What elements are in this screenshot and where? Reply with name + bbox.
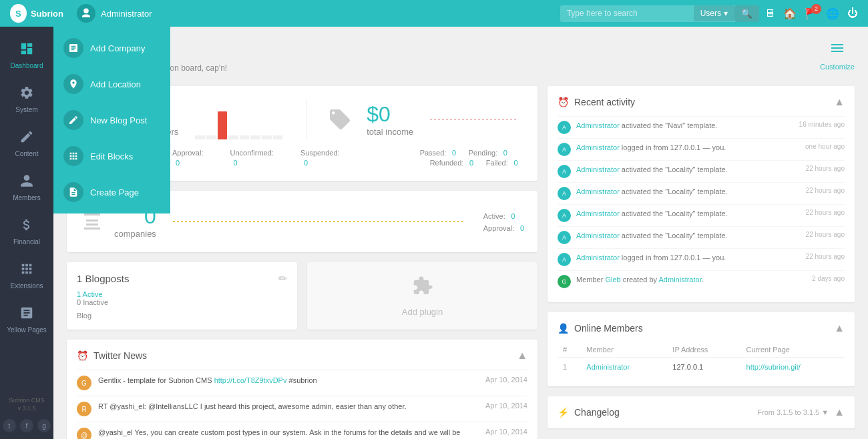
power-icon-button[interactable]: ⏻ [847,7,858,19]
edit-blocks-label: Edit Blocks [90,151,133,161]
changelog-version: From 3.1.5 to 3.1.5 ▼ [757,408,829,416]
failed-value: 0 [513,159,517,167]
sidebar-item-members[interactable]: Members [0,165,53,209]
comp-approval-label: Approval: [483,224,514,232]
activity-item-7: A Administrator logged in from 127.0.0.1… [558,248,845,270]
search-input[interactable] [560,5,694,21]
online-title: 👤 Online Members [558,323,643,334]
members-icon [19,173,34,191]
changelog-card: ⚡ Changelog From 3.1.5 to 3.1.5 ▼ ▲ [548,396,855,428]
comp-active-label: Active: [483,212,505,220]
activity-time-3: 22 hours ago [806,165,845,172]
google-social-icon[interactable]: g [37,419,51,432]
unconfirmed-stat: Unconfirmed: 0 [230,147,274,167]
version-text: Subrion CMS v 3.1.5 [9,396,45,413]
activity-avatar-2: A [558,143,571,156]
top-navbar: S Subrion Administrator Users ▾ 🔍 🖥 🏠 🚩 … [0,0,868,27]
dashboard-two-col: 2 total members [67,86,855,439]
monitor-icon-button[interactable]: 🖥 [765,7,775,19]
online-row-num: 1 [558,358,581,377]
flag-icon-button[interactable]: 🚩 2 [805,7,818,20]
search-button[interactable]: 🔍 [734,5,759,22]
changelog-collapse-button[interactable]: ▲ [834,406,845,418]
companies-chart [173,221,463,222]
fire-icon-button[interactable]: 🏠 [783,7,797,20]
twitter-collapse-button[interactable]: ▲ [517,350,527,362]
online-row-member: Administrator [581,358,667,377]
twitter-card: ⏰ Twitter News ▲ G Gentlix - template fo… [67,340,537,439]
add-company-label: Add Company [90,43,145,53]
activity-avatar-6: A [558,231,571,244]
sidebar-item-financial[interactable]: Financial [0,209,53,254]
sidebar-item-system[interactable]: System [0,77,53,121]
activity-link-5[interactable]: Administrator [576,209,620,217]
blog-plugin-row: 1 Blogposts ✏ 1 Active 0 Inactive Blog A… [67,262,537,330]
online-member-link[interactable]: Administrator [586,363,630,371]
blog-active: 1 Active [77,290,287,298]
create-page-item[interactable]: Create Page [53,174,170,210]
main-content: Dashboard Welcome to your administration… [53,27,868,439]
notification-badge: 2 [811,4,821,14]
activity-link-1[interactable]: Administrator [576,121,620,129]
customize-button[interactable]: Customize [820,40,855,71]
blog-edit-icon[interactable]: ✏ [278,272,287,285]
facebook-social-icon[interactable]: f [20,419,33,432]
member-gleb-link[interactable]: Gleb [605,276,620,284]
add-location-item[interactable]: Add Location [53,66,170,102]
online-card-header: 👤 Online Members ▲ [558,322,845,334]
tweet-item-3: @ @yashi_el Yes, you can create custom p… [77,422,527,439]
activity-collapse-button[interactable]: ▲ [834,96,845,108]
users-dropdown-button[interactable]: Users ▾ [694,5,734,21]
twitter-social-icon[interactable]: t [3,419,16,432]
activity-link-8[interactable]: Administrator [659,276,702,284]
activity-link-6[interactable]: Administrator [576,232,620,240]
brand-name: Subrion [31,9,63,19]
tweet-link-1[interactable]: http://t.co/T8Z9txvDPv [214,376,287,384]
blog-footer: Blog [77,312,287,320]
dashboard-icon [19,41,34,59]
add-company-item[interactable]: Add Company [53,30,170,66]
sidebar-item-dashboard[interactable]: Dashboard [0,33,53,77]
activity-item-6: A Administrator activated the "Locality"… [558,226,845,248]
online-page-link[interactable]: http://subrion.git/ [746,363,801,371]
admin-avatar [77,4,95,23]
sidebar-footer: Subrion CMS v 3.1.5 t f g [3,390,51,439]
new-blog-icon [63,110,83,130]
add-plugin-card[interactable]: Add plugin [307,262,537,330]
edit-blocks-item[interactable]: Edit Blocks [53,138,170,174]
sidebar-item-yellow-pages[interactable]: Yellow Pages [0,298,53,342]
activity-link-4[interactable]: Administrator [576,187,620,195]
online-icon: 👤 [558,323,569,334]
tweet-item-2: R RT @yashi_el: @IntelliansLLC I just he… [77,396,527,422]
content-icon [19,129,34,147]
sidebar: Dashboard System Content Members Financi… [0,27,53,439]
new-blog-post-item[interactable]: New Blog Post [53,102,170,138]
sidebar-item-content[interactable]: Content [0,121,53,165]
activity-link-3[interactable]: Administrator [576,165,620,173]
new-blog-post-label: New Blog Post [90,115,147,125]
online-members-table: # Member IP Address Current Page 1 Admin… [558,342,845,376]
stats-divider [306,99,306,139]
blog-card: 1 Blogposts ✏ 1 Active 0 Inactive Blog [67,262,297,330]
activity-link-2[interactable]: Administrator [576,143,620,151]
col-page-header: Current Page [741,342,845,358]
activity-text-2: Administrator logged in from 127.0.0.1 —… [576,143,800,153]
customize-icon [829,40,845,60]
activity-item-8: G Member Gleb created by Administrator. … [558,270,845,292]
plugin-icon [412,276,433,302]
tweet-content-3: @yashi_el Yes, you can create custom pos… [98,428,479,439]
blog-header: 1 Blogposts ✏ [77,272,287,285]
activity-card-header: ⏰ Recent activity ▲ [558,96,845,108]
activity-title: ⏰ Recent activity [558,97,635,107]
approval-label: Approval: [172,149,203,157]
online-collapse-button[interactable]: ▲ [834,322,845,334]
activity-link-7[interactable]: Administrator [576,254,620,262]
dashboard-header: Dashboard Welcome to your administration… [67,40,855,73]
quick-actions-dropdown: Add Company Add Location New Blog Post E… [53,27,170,213]
sidebar-label-content: Content [15,150,38,157]
changelog-title: ⚡ Changelog [558,407,620,418]
sidebar-item-extensions[interactable]: Extensions [0,254,53,298]
suspended-value: 0 [304,159,308,167]
activity-time-5: 22 hours ago [806,209,845,216]
globe-icon-button[interactable]: 🌐 [826,7,839,20]
